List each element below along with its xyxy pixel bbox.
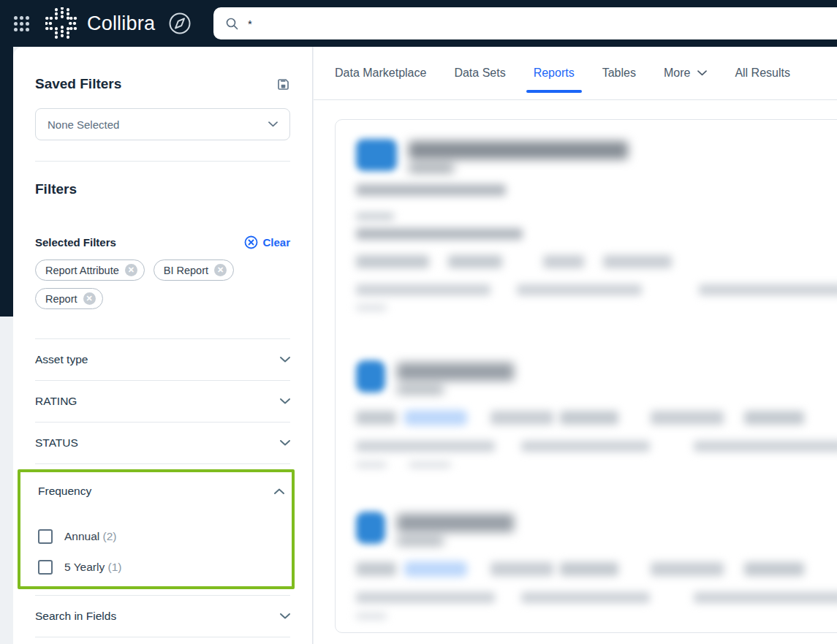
blurred-text-placeholder xyxy=(694,592,837,603)
clear-filters-button[interactable]: Clear xyxy=(244,235,290,249)
chevron-down-icon xyxy=(268,121,278,127)
top-navbar: Collibra xyxy=(0,0,837,47)
frequency-option-5-yearly[interactable]: 5 Yearly (1) xyxy=(38,560,284,575)
filter-chip[interactable]: BI Report ✕ xyxy=(154,260,234,281)
result-card[interactable] xyxy=(336,360,837,468)
blurred-text-placeholder xyxy=(409,462,451,468)
blurred-text-placeholder xyxy=(356,613,387,619)
app-grid-icon[interactable] xyxy=(14,16,29,31)
frequency-option-annual[interactable]: Annual (2) xyxy=(38,529,284,544)
tab-more-label: More xyxy=(664,67,690,80)
blurred-text-placeholder xyxy=(521,592,650,603)
remove-chip-icon[interactable]: ✕ xyxy=(125,264,137,276)
saved-filters-dropdown[interactable]: None Selected xyxy=(35,108,290,140)
blurred-text-placeholder xyxy=(744,411,804,425)
compass-icon[interactable] xyxy=(167,10,193,37)
blurred-title-placeholder xyxy=(397,514,514,532)
blurred-link-chip-placeholder xyxy=(404,410,467,425)
blurred-text-placeholder xyxy=(744,562,804,576)
blurred-text-placeholder xyxy=(521,441,650,452)
search-icon xyxy=(226,18,238,30)
tab-all-results[interactable]: All Results xyxy=(735,47,790,99)
filter-chip[interactable]: Report ✕ xyxy=(35,288,103,309)
chevron-down-icon xyxy=(280,613,290,619)
filter-section-search-in-fields[interactable]: Search in Fields xyxy=(35,596,290,637)
section-label: Search in Fields xyxy=(35,610,116,623)
filter-chip-label: Report Attribute xyxy=(45,265,119,276)
filters-sidebar: Saved Filters None Selected Filters Sele… xyxy=(13,47,313,644)
tab-data-marketplace[interactable]: Data Marketplace xyxy=(335,47,426,99)
blurred-text-placeholder xyxy=(651,562,724,576)
blurred-text-placeholder xyxy=(356,213,394,220)
checkbox[interactable] xyxy=(38,529,53,544)
blurred-text-placeholder xyxy=(356,592,495,603)
blurred-text-placeholder xyxy=(356,284,491,295)
section-label: STATUS xyxy=(35,436,78,450)
blurred-text-placeholder xyxy=(651,411,724,425)
blurred-text-placeholder xyxy=(356,184,506,196)
blurred-text-placeholder xyxy=(699,284,837,295)
filter-section-status[interactable]: STATUS xyxy=(35,423,290,463)
asset-type-badge-blurred xyxy=(356,139,397,171)
blurred-text-placeholder xyxy=(448,255,502,268)
blurred-text-placeholder xyxy=(560,562,618,576)
frequency-highlight-box: Frequency Annual (2) 5 Yearly (1) xyxy=(18,469,295,589)
option-label: Annual xyxy=(64,530,99,542)
circled-x-icon xyxy=(244,235,258,249)
chevron-down-icon xyxy=(697,70,707,76)
option-count: (1) xyxy=(107,561,121,573)
chevron-down-icon xyxy=(280,398,290,404)
section-label: Frequency xyxy=(38,485,91,498)
blurred-text-placeholder xyxy=(517,284,642,295)
filters-title: Filters xyxy=(35,181,290,197)
saved-filters-dropdown-value: None Selected xyxy=(48,118,119,131)
tab-tables[interactable]: Tables xyxy=(602,47,636,99)
remove-chip-icon[interactable]: ✕ xyxy=(214,264,227,276)
filter-chip-label: Report xyxy=(45,293,77,305)
tab-data-sets[interactable]: Data Sets xyxy=(454,47,505,99)
filter-section-asset-type[interactable]: Asset type xyxy=(35,339,290,380)
divider xyxy=(35,463,290,464)
blurred-text-placeholder xyxy=(356,462,387,468)
checkbox[interactable] xyxy=(38,560,53,575)
collibra-logo-mark-icon xyxy=(45,7,79,39)
collibra-logo[interactable]: Collibra xyxy=(45,7,155,39)
result-tabs: Data Marketplace Data Sets Reports Table… xyxy=(314,47,837,100)
remove-chip-icon[interactable]: ✕ xyxy=(83,292,96,305)
asset-type-badge-blurred xyxy=(356,360,385,393)
blurred-text-placeholder xyxy=(356,305,387,311)
search-results-area: Data Marketplace Data Sets Reports Table… xyxy=(314,47,837,644)
blurred-title-placeholder xyxy=(409,141,628,159)
blurred-text-placeholder xyxy=(356,411,396,425)
selected-filters-label: Selected Filters xyxy=(35,236,116,249)
result-card[interactable] xyxy=(336,120,837,311)
results-panel xyxy=(335,119,837,633)
tab-reports[interactable]: Reports xyxy=(534,47,575,99)
blurred-text-placeholder xyxy=(356,228,523,240)
blurred-text-placeholder xyxy=(397,386,444,394)
blurred-text-placeholder xyxy=(603,255,672,268)
filter-section-frequency[interactable]: Frequency xyxy=(38,472,284,510)
left-navy-strip xyxy=(0,47,13,317)
result-card[interactable] xyxy=(336,512,837,619)
selected-filter-chips: Report Attribute ✕ BI Report ✕ Report ✕ xyxy=(35,260,290,309)
chevron-up-icon xyxy=(274,488,284,494)
global-search-bar[interactable] xyxy=(213,7,837,39)
blurred-text-placeholder xyxy=(356,562,396,576)
clear-filters-label: Clear xyxy=(262,236,290,249)
tab-more[interactable]: More xyxy=(664,47,707,99)
blurred-text-placeholder xyxy=(543,255,584,268)
chevron-down-icon xyxy=(280,357,290,363)
blurred-link-chip-placeholder xyxy=(404,561,467,577)
filter-chip-label: BI Report xyxy=(164,265,208,276)
filter-chip[interactable]: Report Attribute ✕ xyxy=(35,260,145,281)
section-label: Asset type xyxy=(35,353,88,366)
saved-filters-title: Saved Filters xyxy=(35,76,121,92)
option-count: (2) xyxy=(103,530,117,542)
asset-type-badge-blurred xyxy=(356,512,385,544)
save-icon[interactable] xyxy=(276,77,290,91)
blurred-text-placeholder xyxy=(560,411,618,425)
search-input[interactable] xyxy=(248,18,686,30)
filter-section-rating[interactable]: RATING xyxy=(35,381,290,422)
blurred-text-placeholder xyxy=(694,441,837,452)
